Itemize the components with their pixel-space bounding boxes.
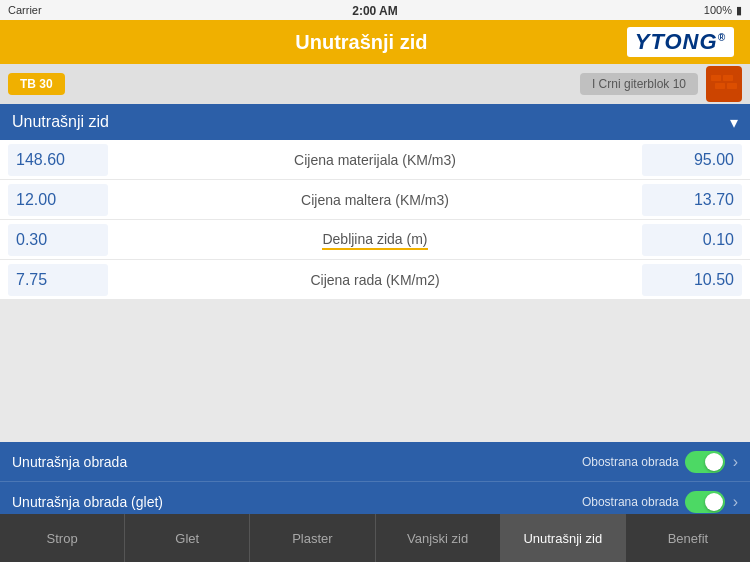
data-row-0: 148.60 Cijena materijala (KM/m3) 95.00 [0, 140, 750, 180]
row-left-value-2[interactable]: 0.30 [8, 224, 108, 256]
block-image[interactable] [706, 66, 742, 102]
ytong-logo: YTONG® [627, 27, 734, 57]
battery-label: 100% [704, 4, 732, 16]
middle-space [0, 300, 750, 442]
toggle-container-0: Obostrana obrada [582, 451, 725, 473]
status-right: 100% ▮ [704, 4, 742, 17]
tab-bar: StropGletPlasterVanjski zidUnutrašnji zi… [0, 514, 750, 562]
section-header[interactable]: Unutrašnji zid ▾ [0, 104, 750, 140]
data-row-1: 12.00 Cijena maltera (KM/m3) 13.70 [0, 180, 750, 220]
tab-item-benefit[interactable]: Benefit [626, 514, 750, 562]
tab-item-glet[interactable]: Glet [125, 514, 250, 562]
toggle-1[interactable] [685, 491, 725, 513]
tb-badge[interactable]: TB 30 [8, 73, 65, 95]
data-rows: 148.60 Cijena materijala (KM/m3) 95.00 1… [0, 140, 750, 300]
carrier-label: Carrier [8, 4, 42, 16]
toggle-label-0: Obostrana obrada [582, 455, 679, 469]
row-label-3: Cijena rada (KM/m2) [310, 272, 439, 288]
row-right-value-2[interactable]: 0.10 [642, 224, 742, 256]
toggle-label-1: Obostrana obrada [582, 495, 679, 509]
content-area: TB 30 I Crni giterblok 10 Unutrašnji zid… [0, 64, 750, 562]
bottom-list-label-1: Unutrašnja obrada (glet) [12, 494, 582, 510]
row-left-value-0[interactable]: 148.60 [8, 144, 108, 176]
battery-icon: ▮ [736, 4, 742, 17]
tab-item-unutrašnji-zid[interactable]: Unutrašnji zid [501, 514, 626, 562]
row-label-0: Cijena materijala (KM/m3) [294, 152, 456, 168]
status-bar: Carrier 2:00 AM 100% ▮ [0, 0, 750, 20]
row-label-2: Debljina zida (m) [322, 231, 427, 250]
tab-item-vanjski-zid[interactable]: Vanjski zid [376, 514, 501, 562]
svg-rect-4 [727, 83, 737, 89]
data-row-2: 0.30 Debljina zida (m) 0.10 [0, 220, 750, 260]
bottom-list-item-0[interactable]: Unutrašnja obrada Obostrana obrada › [0, 442, 750, 482]
chevron-right-icon-1: › [733, 493, 738, 511]
row-right-value-1[interactable]: 13.70 [642, 184, 742, 216]
row-left-value-3[interactable]: 7.75 [8, 264, 108, 296]
status-time: 2:00 AM [352, 4, 398, 18]
section-chevron-icon: ▾ [730, 113, 738, 132]
toggle-container-1: Obostrana obrada [582, 491, 725, 513]
svg-rect-3 [715, 83, 725, 89]
row-right-value-0[interactable]: 95.00 [642, 144, 742, 176]
svg-rect-2 [723, 75, 733, 81]
row-right-value-3[interactable]: 10.50 [642, 264, 742, 296]
block-badge[interactable]: I Crni giterblok 10 [580, 73, 698, 95]
app: Carrier 2:00 AM 100% ▮ Unutrašnji zid YT… [0, 0, 750, 562]
chevron-right-icon-0: › [733, 453, 738, 471]
data-row-3: 7.75 Cijena rada (KM/m2) 10.50 [0, 260, 750, 300]
tab-item-plaster[interactable]: Plaster [250, 514, 375, 562]
row-left-value-1[interactable]: 12.00 [8, 184, 108, 216]
header: Unutrašnji zid YTONG® [0, 20, 750, 64]
tab-item-strop[interactable]: Strop [0, 514, 125, 562]
bottom-list-label-0: Unutrašnja obrada [12, 454, 582, 470]
toggle-0[interactable] [685, 451, 725, 473]
row-label-1: Cijena maltera (KM/m3) [301, 192, 449, 208]
section-title: Unutrašnji zid [12, 113, 109, 131]
header-title: Unutrašnji zid [96, 31, 627, 54]
selector-bar: TB 30 I Crni giterblok 10 [0, 64, 750, 104]
svg-rect-1 [711, 75, 721, 81]
